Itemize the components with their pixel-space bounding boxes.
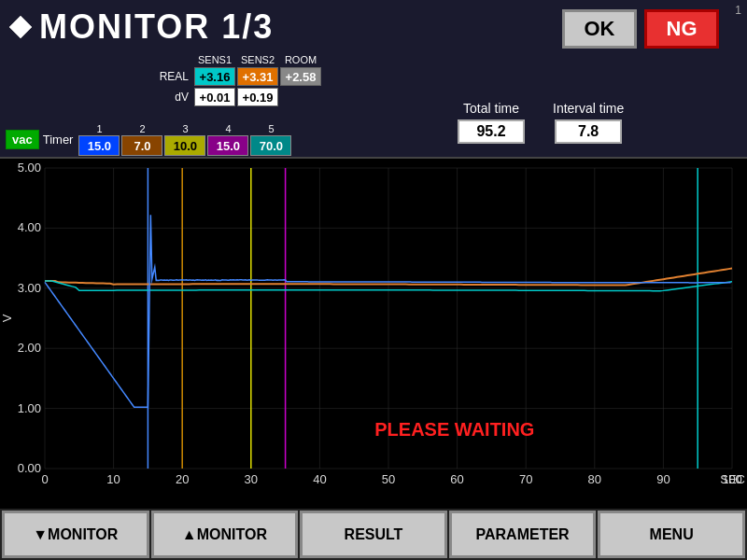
page-number: 1: [735, 4, 741, 17]
interval-time-block: Interval time 7.8: [553, 101, 624, 144]
parameter-button[interactable]: PARAMETER: [449, 511, 597, 558]
timer-area: vac Timer 1 15.0 2 7.0 3 10.0 4 15.0 5 7…: [0, 123, 293, 156]
vac-label: vac: [6, 130, 39, 149]
sensor-area: SENS1 SENS2 ROOM REAL +3.16 +3.31 +2.58 …: [159, 54, 321, 108]
sensor-headers: SENS1 SENS2 ROOM: [194, 54, 321, 65]
chart-canvas: [0, 159, 747, 504]
interval-time-label: Interval time: [553, 101, 624, 116]
sens1-real-val: +3.16: [194, 67, 235, 86]
seg-4: 4 15.0: [207, 123, 248, 156]
timer-label: Timer: [43, 133, 74, 147]
seg-1: 1 15.0: [78, 123, 120, 156]
diamond-icon: [7, 14, 34, 40]
total-time-block: Total time 95.2: [458, 101, 525, 144]
sens2-dv-val: +0.19: [237, 88, 278, 106]
seg-5: 5 70.0: [250, 123, 291, 156]
dv-label: dV: [159, 91, 192, 104]
time-info-area: Total time 95.2 Interval time 7.8: [458, 101, 624, 144]
title-area: MONITOR 1/3: [7, 7, 274, 47]
dv-row: dV +0.01 +0.19: [159, 88, 321, 106]
room-header: ROOM: [280, 54, 321, 65]
down-monitor-button[interactable]: ▼MONITOR: [2, 511, 149, 558]
page-title: MONITOR 1/3: [39, 7, 274, 47]
room-real-val: +2.58: [280, 67, 321, 86]
sens2-real-val: +3.31: [237, 67, 278, 86]
menu-button[interactable]: MENU: [598, 511, 745, 558]
ok-button[interactable]: OK: [562, 9, 637, 49]
seg-3: 3 10.0: [164, 123, 205, 156]
up-monitor-button[interactable]: ▲MONITOR: [151, 511, 299, 558]
sens1-dv-val: +0.01: [194, 88, 235, 106]
seg-2: 2 7.0: [121, 123, 162, 156]
sens1-header: SENS1: [194, 54, 235, 65]
svg-marker-0: [9, 16, 32, 38]
ok-ng-area: OK NG: [562, 9, 719, 49]
total-time-label: Total time: [463, 101, 519, 116]
ng-button[interactable]: NG: [644, 9, 719, 49]
result-button[interactable]: RESULT: [300, 511, 447, 558]
interval-time-value: 7.8: [555, 119, 622, 144]
bottom-bar: ▼MONITOR ▲MONITOR RESULT PARAMETER MENU: [0, 509, 747, 560]
real-label: REAL: [159, 70, 192, 83]
segments-container: 1 15.0 2 7.0 3 10.0 4 15.0 5 70.0: [78, 123, 293, 156]
real-row: REAL +3.16 +3.31 +2.58: [159, 67, 321, 86]
chart-area: [0, 159, 747, 504]
sens2-header: SENS2: [237, 54, 278, 65]
total-time-value: 95.2: [458, 119, 525, 144]
